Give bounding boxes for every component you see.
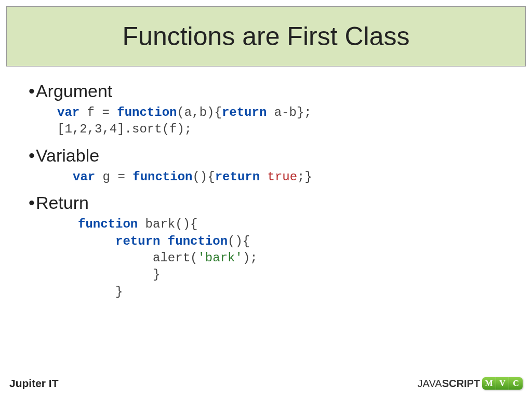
slide-title-bar: Functions are First Class xyxy=(6,6,526,66)
bullet-argument: •Argument xyxy=(29,81,503,101)
code-text: } xyxy=(115,285,123,299)
mvc-v: V xyxy=(496,377,509,390)
code-text: ;} xyxy=(297,170,312,184)
bullet-dot-icon: • xyxy=(29,81,35,101)
bullet-return-label: Return xyxy=(36,193,89,212)
mvc-c: C xyxy=(509,377,523,390)
code-text: } xyxy=(153,268,160,282)
string-literal: 'bark' xyxy=(197,251,242,265)
slide-content: •Argument var f = function(a,b){return a… xyxy=(0,66,532,300)
bullet-variable-label: Variable xyxy=(36,145,99,165)
code-text: ); xyxy=(243,251,258,265)
code-variable: var g = function(){return true;} xyxy=(73,169,503,185)
keyword-return: return xyxy=(215,170,260,184)
keyword-var: var xyxy=(73,170,95,184)
code-text xyxy=(260,170,267,184)
keyword-function: function xyxy=(168,234,228,248)
bullet-dot-icon: • xyxy=(29,193,35,212)
code-text: a-b}; xyxy=(267,105,311,119)
slide-title: Functions are First Class xyxy=(12,21,520,51)
mvc-m: M xyxy=(482,377,496,390)
script-text: SCRIPT xyxy=(442,378,480,389)
code-text xyxy=(160,234,167,248)
footer-right-logo: JAVASCRIPT M V C xyxy=(418,377,523,390)
code-text: g = xyxy=(95,170,132,184)
code-text: bark(){ xyxy=(138,217,197,231)
bullet-dot-icon: • xyxy=(29,145,35,165)
code-text: (a,b){ xyxy=(177,105,221,119)
keyword-return: return xyxy=(222,105,267,119)
keyword-function: function xyxy=(78,217,138,231)
code-return: function bark(){ return function(){ aler… xyxy=(78,216,503,300)
code-text: alert( xyxy=(153,251,197,265)
keyword-function: function xyxy=(117,105,177,119)
java-text: JAVA xyxy=(418,378,442,389)
bullet-return: •Return xyxy=(29,193,503,213)
keyword-return: return xyxy=(115,234,160,248)
mvc-logo-icon: M V C xyxy=(482,377,523,390)
footer-left-label: Jupiter IT xyxy=(9,377,59,390)
keyword-var: var xyxy=(57,105,79,119)
bullet-variable: •Variable xyxy=(29,145,503,166)
code-text: (){ xyxy=(192,170,215,184)
code-text: (){ xyxy=(228,234,250,248)
code-text: [1,2,3,4].sort(f); xyxy=(57,122,192,136)
keyword-function: function xyxy=(132,170,192,184)
bullet-argument-label: Argument xyxy=(36,81,112,101)
code-argument: var f = function(a,b){return a-b}; [1,2,… xyxy=(57,104,503,138)
javascript-text: JAVASCRIPT xyxy=(418,378,480,390)
keyword-true: true xyxy=(268,170,298,184)
code-text: f = xyxy=(79,105,117,119)
